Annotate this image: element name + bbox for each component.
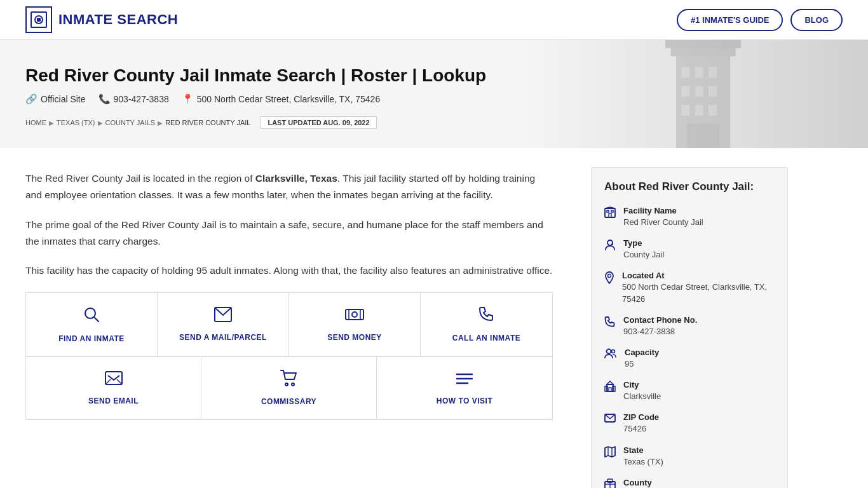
breadcrumb-sep-1: ▶ xyxy=(49,119,54,126)
action-call-inmate[interactable]: CALL AN INMATE xyxy=(421,293,552,356)
phone-meta: 📞 903-427-3838 xyxy=(98,93,169,105)
link-icon: 🔗 xyxy=(25,93,37,105)
send-money-label: SEND MONEY xyxy=(327,333,382,342)
mail-icon xyxy=(214,307,232,327)
breadcrumb-current: RED RIVER COUNTY JAIL xyxy=(165,119,250,126)
sidebar-type: Type County Jail xyxy=(604,238,775,261)
search-icon xyxy=(83,306,100,328)
capacity-label: Capacity xyxy=(625,348,659,357)
city-value: Clarksville xyxy=(623,391,661,402)
find-inmate-label: FIND AN INMATE xyxy=(58,334,125,343)
zip-icon xyxy=(604,413,616,426)
svg-rect-34 xyxy=(605,208,615,217)
svg-point-27 xyxy=(292,383,294,386)
logo-link[interactable]: INMATE SEARCH xyxy=(25,6,178,33)
sidebar-phone: Contact Phone No. 903-427-3838 xyxy=(604,315,775,337)
svg-rect-13 xyxy=(695,105,703,116)
email-icon xyxy=(105,370,123,390)
svg-point-20 xyxy=(352,312,357,317)
blog-button[interactable]: BLOG xyxy=(790,9,843,31)
svg-rect-35 xyxy=(607,210,609,212)
pin-icon xyxy=(604,271,614,287)
svg-rect-46 xyxy=(613,386,615,391)
bold-location: Clarksville, Texas xyxy=(255,173,337,184)
city-icon xyxy=(604,381,616,395)
svg-marker-47 xyxy=(607,381,613,384)
hero-meta: 🔗 Official Site 📞 903-427-3838 📍 500 Nor… xyxy=(25,93,843,105)
sidebar-city: City Clarksville xyxy=(604,380,775,402)
map-icon xyxy=(604,446,616,461)
site-title: INMATE SEARCH xyxy=(58,11,178,28)
breadcrumb-texas[interactable]: TEXAS (TX) xyxy=(57,119,95,126)
guide-button[interactable]: #1 INMATE'S GUIDE xyxy=(677,9,783,31)
sidebar-capacity: Capacity 95 xyxy=(604,348,775,370)
phone-label: Contact Phone No. xyxy=(623,315,697,325)
action-how-to-visit[interactable]: HOW TO VISIT xyxy=(377,357,552,419)
breadcrumb-county-jails[interactable]: COUNTY JAILS xyxy=(105,119,156,126)
svg-rect-5 xyxy=(665,40,741,48)
breadcrumb-updated: LAST UPDATED AUG. 09, 2022 xyxy=(261,116,376,129)
action-grid-row1: FIND AN INMATE SEND A MAIL/PARCEL xyxy=(25,292,553,357)
svg-point-33 xyxy=(456,383,458,384)
county-icon xyxy=(604,478,616,488)
action-grid-row2: SEND EMAIL COMMISSARY xyxy=(25,357,553,420)
svg-rect-36 xyxy=(611,210,613,212)
svg-rect-19 xyxy=(346,309,363,320)
facility-name-label: Facility Name xyxy=(623,206,703,215)
sidebar-title: About Red River County Jail: xyxy=(604,180,775,193)
action-send-email[interactable]: SEND EMAIL xyxy=(26,357,201,419)
action-find-inmate[interactable]: FIND AN INMATE xyxy=(26,293,158,356)
logo-icon xyxy=(25,6,52,33)
svg-point-42 xyxy=(607,349,611,353)
phone-value: 903-427-3838 xyxy=(623,326,697,337)
commissary-label: COMMISSARY xyxy=(261,397,316,406)
svg-point-41 xyxy=(608,274,611,278)
paragraph-1: The Red River County Jail is located in … xyxy=(25,170,553,204)
svg-line-25 xyxy=(117,379,122,384)
type-value: County Jail xyxy=(623,249,664,261)
paragraph-3: This facility has the capacity of holdin… xyxy=(25,262,553,279)
send-mail-label: SEND A MAIL/PARCEL xyxy=(179,333,267,342)
sidebar-zip: ZIP Code 75426 xyxy=(604,412,775,435)
main-nav: #1 INMATE'S GUIDE BLOG xyxy=(677,9,843,31)
action-send-money[interactable]: SEND MONEY xyxy=(289,293,421,356)
svg-line-17 xyxy=(94,317,98,322)
county-label: County xyxy=(623,478,652,487)
svg-point-26 xyxy=(285,383,288,386)
how-to-visit-label: HOW TO VISIT xyxy=(437,396,492,405)
breadcrumb: HOME ▶ TEXAS (TX) ▶ COUNTY JAILS ▶ RED R… xyxy=(25,116,843,129)
sidebar-county: County xyxy=(604,478,775,488)
breadcrumb-sep-2: ▶ xyxy=(98,119,103,126)
hero-phone: 903-427-3838 xyxy=(114,94,169,104)
cart-icon xyxy=(280,370,298,391)
send-email-label: SEND EMAIL xyxy=(88,396,139,405)
svg-rect-45 xyxy=(605,386,607,391)
type-label: Type xyxy=(623,238,664,248)
sidebar-state: State Texas (TX) xyxy=(604,445,775,468)
hero-address: 500 North Cedar Street, Clarksville, TX,… xyxy=(197,94,380,104)
call-icon xyxy=(478,306,495,327)
sidebar-facility-name: Facility Name Red River County Jail xyxy=(604,206,775,228)
action-send-mail[interactable]: SEND A MAIL/PARCEL xyxy=(158,293,289,356)
page-title: Red River County Jail Inmate Search | Ro… xyxy=(25,65,843,86)
svg-rect-56 xyxy=(607,479,613,482)
city-label: City xyxy=(623,380,661,390)
svg-point-43 xyxy=(612,349,615,353)
zip-value: 75426 xyxy=(623,423,659,435)
official-site-link[interactable]: 🔗 Official Site xyxy=(25,93,86,105)
official-site-label: Official Site xyxy=(41,94,86,104)
action-commissary[interactable]: COMMISSARY xyxy=(201,357,377,419)
zip-label: ZIP Code xyxy=(623,412,659,422)
svg-rect-2 xyxy=(37,18,41,22)
money-icon xyxy=(345,307,364,327)
svg-line-24 xyxy=(105,379,111,384)
svg-point-31 xyxy=(456,374,458,375)
breadcrumb-home[interactable]: HOME xyxy=(25,119,46,126)
list-icon xyxy=(456,370,473,390)
location-label: Located At xyxy=(622,271,775,280)
phone-icon: 📞 xyxy=(98,93,111,105)
main-content: The Red River County Jail is located in … xyxy=(25,148,578,488)
sidebar-phone-icon xyxy=(604,316,616,330)
state-value: Texas (TX) xyxy=(623,456,663,468)
svg-point-32 xyxy=(456,378,458,379)
